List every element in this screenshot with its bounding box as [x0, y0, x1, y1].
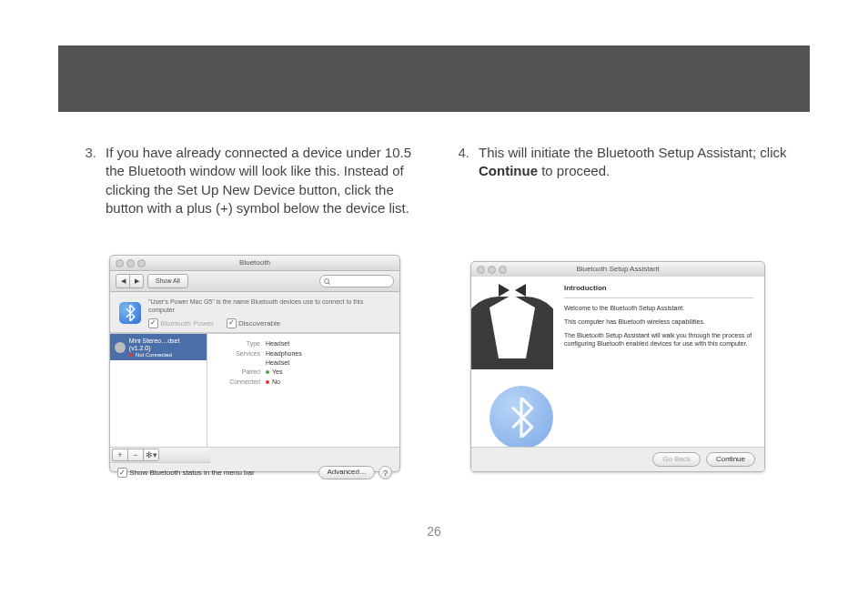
step-4-number: 4.	[455, 144, 469, 181]
search-input[interactable]	[319, 275, 394, 287]
assistant-p2: This computer has Bluetooth wireless cap…	[564, 318, 753, 326]
step-4-bold: Continue	[479, 163, 538, 178]
advanced-button[interactable]: Advanced…	[318, 466, 375, 479]
bluetooth-prefs-window: Bluetooth ◀ ▶ Show All "User's Power Mac…	[109, 255, 400, 472]
assistant-footer: Go Back Continue	[471, 447, 764, 471]
discoverable-checkbox[interactable]: Discoverable	[227, 318, 280, 328]
step-3-number: 3.	[82, 144, 96, 217]
titlebar: Bluetooth	[110, 256, 399, 271]
add-device-button[interactable]: +	[112, 449, 128, 461]
instructions: 3. If you have already connected a devic…	[82, 144, 792, 217]
search-icon	[324, 278, 330, 285]
bluetooth-power-checkbox[interactable]: Bluetooth Power	[148, 318, 214, 328]
headset-icon	[115, 342, 126, 353]
toolbar: ◀ ▶ Show All	[110, 271, 399, 292]
discoverable-label: Discoverable	[238, 318, 280, 327]
bowtie-icon	[499, 284, 526, 297]
show-status-checkbox[interactable]: Show Bluetooth status in the menu bar	[117, 468, 255, 478]
bluetooth-body: Mini Stereo…dset (v1.2.0) Not Connected …	[110, 333, 399, 448]
bluetooth-icon	[490, 386, 553, 449]
continue-button[interactable]: Continue	[706, 452, 755, 468]
assistant-p1: Welcome to the Bluetooth Setup Assistant…	[564, 304, 753, 312]
forward-icon[interactable]: ▶	[130, 277, 143, 285]
type-value: Headset	[266, 339, 289, 348]
connected-value: No	[272, 378, 280, 386]
paired-value: Yes	[272, 368, 282, 376]
page-number: 26	[0, 523, 868, 540]
device-list[interactable]: Mini Stereo…dset (v1.2.0) Not Connected	[110, 334, 207, 447]
services-value-1: Headphones	[266, 349, 302, 358]
status-dot-icon	[129, 353, 133, 357]
services-key: Services	[217, 349, 260, 358]
device-details: TypeHeadset ServicesHeadphones Headset P…	[207, 334, 311, 447]
nav-back-forward[interactable]: ◀ ▶	[116, 274, 144, 288]
step-4-text-a: This will initiate the Bluetooth Setup A…	[479, 145, 787, 160]
paired-dot-icon	[266, 370, 269, 374]
step-4-text-b: to proceed.	[538, 163, 610, 178]
setup-assistant-window: Bluetooth Setup Assistant Introduction W…	[470, 261, 765, 472]
step-4-text: This will initiate the Bluetooth Setup A…	[479, 144, 792, 181]
window-bottom-bar: Show Bluetooth status in the menu bar Ad…	[110, 463, 399, 479]
assistant-sidebar-image	[471, 277, 553, 471]
header-bar	[58, 45, 810, 112]
step-3: 3. If you have already connected a devic…	[82, 144, 419, 217]
assistant-p3: The Bluetooth Setup Assistant will walk …	[564, 331, 753, 348]
window-title: Bluetooth Setup Assistant	[471, 265, 764, 275]
step-4: 4. This will initiate the Bluetooth Setu…	[455, 144, 792, 181]
device-list-item[interactable]: Mini Stereo…dset (v1.2.0) Not Connected	[110, 334, 207, 360]
assistant-body: Introduction Welcome to the Bluetooth Se…	[471, 277, 764, 471]
action-menu-button[interactable]: ✻▾	[144, 449, 159, 461]
computer-name-info: "User's Power Mac G5" is the name Blueto…	[148, 297, 390, 315]
remove-device-button[interactable]: −	[128, 449, 144, 461]
bluetooth-power-label: Bluetooth Power	[160, 318, 214, 327]
titlebar: Bluetooth Setup Assistant	[471, 262, 764, 277]
device-list-footer: + − ✻▾	[110, 448, 210, 463]
services-value-2: Headset	[266, 358, 289, 367]
connected-dot-icon	[266, 380, 269, 384]
step-3-text: If you have already connected a device u…	[106, 144, 419, 217]
assistant-content: Introduction Welcome to the Bluetooth Se…	[553, 277, 764, 471]
connected-key: Connected	[217, 378, 260, 386]
device-name: Mini Stereo…dset (v1.2.0)	[129, 338, 202, 351]
device-status: Not Connected	[136, 352, 172, 358]
assistant-heading: Introduction	[564, 284, 753, 298]
show-all-button[interactable]: Show All	[147, 274, 188, 288]
go-back-button[interactable]: Go Back	[652, 452, 701, 468]
help-button[interactable]: ?	[378, 466, 392, 479]
type-key: Type	[217, 339, 260, 348]
back-icon[interactable]: ◀	[116, 277, 129, 285]
bluetooth-icon	[119, 302, 141, 324]
info-row: "User's Power Mac G5" is the name Blueto…	[110, 292, 399, 333]
paired-key: Paired	[217, 368, 260, 376]
window-title: Bluetooth	[110, 258, 399, 268]
show-status-label: Show Bluetooth status in the menu bar	[129, 469, 254, 477]
